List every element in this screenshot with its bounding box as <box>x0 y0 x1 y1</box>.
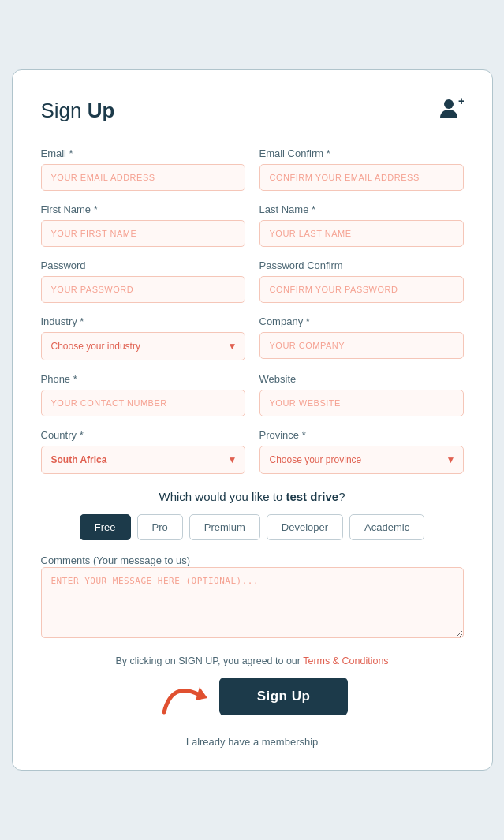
website-input[interactable] <box>259 390 464 416</box>
test-drive-text: Which would you like to test drive? <box>41 490 464 503</box>
phone-row: Phone * Website <box>41 373 464 416</box>
first-name-input[interactable] <box>41 220 245 247</box>
first-name-group: First Name * <box>41 203 245 247</box>
industry-group: Industry * Choose your industry Technolo… <box>41 315 245 360</box>
password-input[interactable] <box>41 276 245 303</box>
plan-academic-button[interactable]: Academic <box>349 514 424 540</box>
card-header: Sign Up + <box>41 95 464 125</box>
plan-buttons: Free Pro Premium Developer Academic <box>41 514 464 540</box>
arrow-signup-row: Sign Up <box>156 673 349 720</box>
email-confirm-input[interactable] <box>259 164 464 191</box>
email-label: Email * <box>41 147 245 159</box>
password-confirm-group: Password Confirm <box>259 259 464 303</box>
website-group: Website <box>259 373 464 416</box>
page-title: Sign Up <box>41 99 115 123</box>
country-group: Country * South Africa United States Uni… <box>41 429 245 474</box>
terms-link[interactable]: Terms & Conditions <box>303 655 388 666</box>
website-label: Website <box>259 373 464 385</box>
svg-point-0 <box>444 99 454 109</box>
comments-textarea[interactable] <box>41 567 464 638</box>
first-name-label: First Name * <box>41 203 245 215</box>
password-confirm-label: Password Confirm <box>259 259 464 271</box>
already-member-text: I already have a membership <box>186 736 319 748</box>
phone-group: Phone * <box>41 373 245 416</box>
svg-text:+: + <box>458 95 464 107</box>
plan-pro-button[interactable]: Pro <box>137 514 183 540</box>
plan-premium-button[interactable]: Premium <box>189 514 260 540</box>
email-row: Email * Email Confirm * <box>41 147 464 191</box>
email-confirm-group: Email Confirm * <box>259 147 464 191</box>
password-group: Password <box>41 259 245 303</box>
phone-input[interactable] <box>41 390 245 416</box>
industry-select[interactable]: Choose your industry Technology Finance … <box>41 332 245 360</box>
terms-text: By clicking on SIGN UP, you agreed to ou… <box>41 655 464 666</box>
country-select[interactable]: South Africa United States United Kingdo… <box>41 446 245 474</box>
name-row: First Name * Last Name * <box>41 203 464 247</box>
last-name-label: Last Name * <box>259 203 464 215</box>
company-group: Company * <box>259 315 464 360</box>
email-confirm-label: Email Confirm * <box>259 147 464 159</box>
user-icon: + <box>439 95 464 125</box>
last-name-group: Last Name * <box>259 203 464 247</box>
email-group: Email * <box>41 147 245 191</box>
signup-section: Sign Up I already have a membership <box>41 673 464 748</box>
arrow-icon <box>156 673 219 720</box>
signup-button[interactable]: Sign Up <box>219 678 349 715</box>
province-label: Province * <box>259 429 464 441</box>
country-label: Country * <box>41 429 245 441</box>
comments-section: Comments (Your message to us) <box>41 553 464 641</box>
industry-select-wrapper: Choose your industry Technology Finance … <box>41 332 245 360</box>
comments-label: Comments (Your message to us) <box>41 554 191 566</box>
password-row: Password Password Confirm <box>41 259 464 303</box>
test-drive-section: Which would you like to test drive? Free… <box>41 490 464 540</box>
phone-label: Phone * <box>41 373 245 385</box>
province-select-wrapper: Choose your province Gauteng Western Cap… <box>259 446 464 474</box>
province-select[interactable]: Choose your province Gauteng Western Cap… <box>259 446 464 474</box>
country-select-wrapper: South Africa United States United Kingdo… <box>41 446 245 474</box>
password-confirm-input[interactable] <box>259 276 464 303</box>
plan-free-button[interactable]: Free <box>80 514 131 540</box>
plan-developer-button[interactable]: Developer <box>267 514 343 540</box>
province-group: Province * Choose your province Gauteng … <box>259 429 464 474</box>
company-input[interactable] <box>259 332 464 359</box>
country-row: Country * South Africa United States Uni… <box>41 429 464 474</box>
company-label: Company * <box>259 315 464 327</box>
last-name-input[interactable] <box>259 220 464 247</box>
password-label: Password <box>41 259 245 271</box>
industry-row: Industry * Choose your industry Technolo… <box>41 315 464 360</box>
email-input[interactable] <box>41 164 245 191</box>
industry-label: Industry * <box>41 315 245 327</box>
signup-card: Sign Up + Email * Email Confirm * First … <box>12 69 493 771</box>
